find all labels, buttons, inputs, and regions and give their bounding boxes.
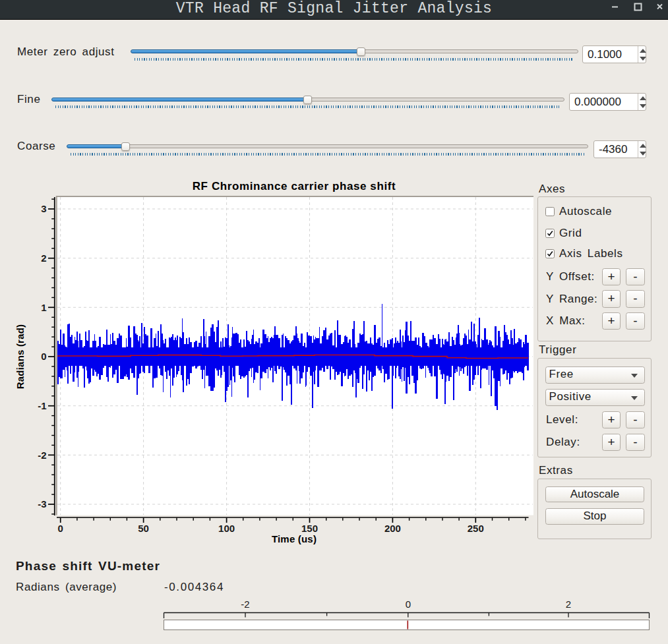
svg-text:Time (us): Time (us): [272, 533, 317, 544]
svg-text:-3: -3: [38, 498, 46, 510]
svg-text:-2: -2: [38, 450, 46, 461]
svg-text:0: 0: [58, 523, 63, 534]
svg-text:2: 2: [566, 599, 571, 610]
svg-text:250: 250: [468, 523, 484, 534]
svg-text:0: 0: [41, 351, 46, 362]
svg-text:200: 200: [384, 523, 401, 534]
svg-text:2: 2: [41, 252, 46, 264]
svg-text:1: 1: [41, 302, 46, 313]
svg-text:RF Chrominance carrier phase s: RF Chrominance carrier phase shift: [193, 180, 396, 192]
svg-text:-1: -1: [38, 400, 46, 411]
svg-text:150: 150: [301, 523, 318, 534]
svg-text:3: 3: [41, 203, 46, 214]
svg-text:-2: -2: [241, 599, 249, 610]
svg-text:100: 100: [218, 523, 235, 534]
svg-text:50: 50: [138, 523, 149, 534]
svg-text:0: 0: [406, 599, 411, 610]
svg-text:Radians (rad): Radians (rad): [15, 324, 26, 389]
